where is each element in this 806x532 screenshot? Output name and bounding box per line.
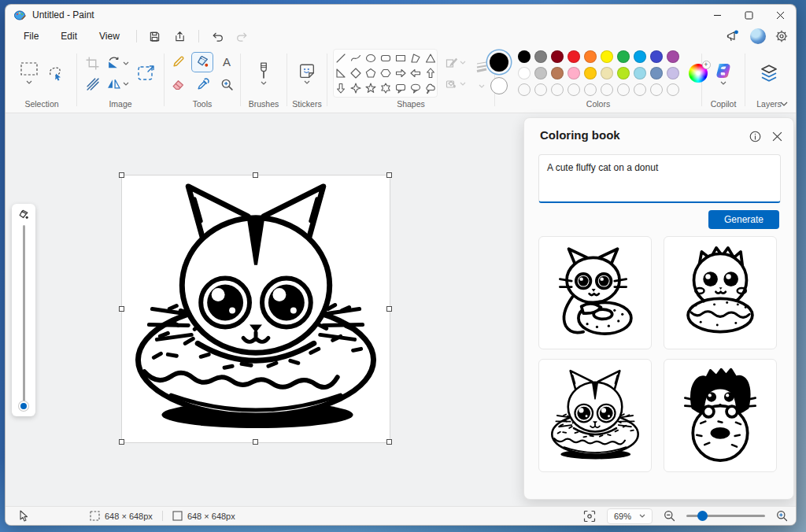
magnifier-tool[interactable] — [216, 76, 237, 94]
shape-star-six[interactable] — [379, 80, 394, 95]
chevron-down-icon[interactable] — [720, 81, 727, 85]
layers-icon[interactable] — [760, 64, 778, 83]
menu-file[interactable]: File — [13, 28, 49, 45]
feedback-megaphone-icon[interactable] — [727, 30, 741, 42]
canvas-workspace[interactable]: Coloring book A cute fluffy cat on a don… — [6, 113, 796, 508]
selection-handle-ne[interactable] — [386, 172, 392, 178]
selection-handle-se[interactable] — [386, 439, 392, 445]
shape-lightning[interactable] — [349, 95, 364, 98]
redo-button[interactable] — [231, 27, 254, 46]
color-swatch[interactable] — [650, 50, 663, 63]
chevron-down-icon[interactable] — [479, 84, 485, 88]
color-swatch[interactable] — [534, 67, 547, 79]
shape-arrow-right[interactable] — [394, 65, 409, 80]
shapes-gallery[interactable] — [333, 49, 438, 98]
shape-hexagon[interactable] — [379, 65, 394, 80]
chevron-down-icon[interactable] — [123, 82, 129, 86]
shape-ellipse[interactable] — [364, 50, 379, 65]
custom-color-slot[interactable] — [584, 83, 597, 96]
shape-curve[interactable] — [349, 50, 364, 65]
custom-color-slot[interactable] — [650, 83, 663, 96]
color-swatch[interactable] — [617, 67, 630, 79]
chevron-down-icon[interactable] — [123, 61, 129, 65]
free-form-select-button[interactable] — [47, 65, 63, 81]
color-swatch[interactable] — [518, 67, 531, 79]
image-options-icon[interactable] — [137, 64, 156, 83]
account-avatar[interactable] — [750, 28, 766, 44]
edit-colors-button[interactable]: + — [689, 64, 708, 83]
minimize-button[interactable] — [701, 5, 733, 25]
shape-line[interactable] — [334, 50, 349, 65]
color-swatch[interactable] — [568, 50, 580, 63]
selection-handle-e[interactable] — [386, 306, 392, 312]
custom-color-slot[interactable] — [551, 83, 564, 96]
color-swatch[interactable] — [534, 50, 547, 63]
slider-thumb[interactable] — [19, 401, 28, 411]
custom-color-slot[interactable] — [568, 83, 580, 96]
background-color-swatch[interactable] — [490, 77, 508, 94]
text-tool[interactable]: A — [216, 53, 237, 72]
color-swatch[interactable] — [601, 50, 613, 63]
shape-star-five[interactable] — [364, 80, 379, 95]
menu-view[interactable]: View — [89, 28, 130, 45]
background-removal-icon[interactable] — [86, 77, 99, 91]
custom-color-slot[interactable] — [617, 83, 630, 96]
drawing-canvas[interactable] — [122, 175, 390, 442]
custom-color-slot[interactable] — [667, 83, 679, 96]
rectangle-select-button[interactable] — [20, 62, 38, 84]
shape-diamond[interactable] — [349, 65, 364, 80]
color-swatch[interactable] — [584, 50, 597, 63]
selection-handle-s[interactable] — [253, 439, 258, 445]
thumbnail-cat-head-in-donut[interactable] — [538, 359, 652, 472]
shape-fill-button[interactable] — [446, 78, 466, 90]
shape-rounded-rectangle[interactable] — [379, 50, 394, 65]
zoom-fit-icon[interactable] — [583, 510, 596, 523]
chevron-down-icon[interactable] — [304, 80, 310, 84]
shape-callout-rounded[interactable] — [394, 80, 409, 95]
color-swatch[interactable] — [601, 67, 613, 79]
eyedropper-tool[interactable] — [192, 76, 213, 94]
foreground-color-swatch[interactable] — [490, 53, 508, 72]
info-icon[interactable] — [748, 129, 762, 143]
shape-outline-button[interactable] — [446, 57, 466, 68]
thumbnail-fluffy-cat-on-donut[interactable] — [664, 236, 777, 349]
color-swatch[interactable] — [551, 67, 564, 79]
share-button[interactable] — [168, 27, 192, 46]
thumbnail-black-cat-behind-donut[interactable] — [664, 359, 777, 472]
shape-star-four[interactable] — [349, 80, 364, 95]
shape-arrow-down[interactable] — [334, 80, 349, 95]
stroke-width-icon[interactable] — [474, 59, 490, 75]
selection-handle-n[interactable] — [253, 172, 258, 178]
shape-polygon[interactable] — [409, 50, 423, 65]
color-swatch[interactable] — [667, 67, 679, 79]
undo-button[interactable] — [205, 27, 229, 46]
zoom-slider-thumb[interactable] — [697, 511, 708, 521]
zoom-out-icon[interactable] — [664, 510, 675, 522]
shape-arrow-left[interactable] — [409, 65, 423, 80]
close-button[interactable] — [764, 5, 796, 25]
fill-bucket-tool[interactable] — [192, 53, 213, 72]
zoom-level-dropdown[interactable]: 69% — [607, 508, 653, 524]
ribbon-collapse-chevron[interactable] — [780, 102, 788, 106]
custom-color-slot[interactable] — [518, 83, 531, 96]
chevron-down-icon[interactable] — [460, 61, 466, 65]
zoom-slider[interactable] — [686, 515, 765, 517]
selection-handle-w[interactable] — [119, 306, 124, 312]
generate-button[interactable]: Generate — [708, 210, 779, 229]
shape-callout-cloud[interactable] — [423, 80, 438, 95]
color-swatch[interactable] — [518, 50, 531, 63]
shape-right-triangle[interactable] — [334, 65, 349, 80]
menu-edit[interactable]: Edit — [50, 28, 87, 45]
copilot-icon[interactable] — [715, 62, 732, 79]
shape-heart[interactable] — [334, 95, 349, 98]
settings-gear-icon[interactable] — [775, 30, 788, 42]
pencil-tool[interactable] — [168, 53, 188, 72]
panel-close-icon[interactable] — [770, 129, 784, 143]
shape-arrow-up[interactable] — [423, 65, 438, 80]
zoom-in-icon[interactable] — [776, 510, 788, 522]
shape-callout-oval[interactable] — [409, 80, 423, 95]
brush-icon[interactable] — [257, 62, 270, 79]
color-swatch[interactable] — [584, 67, 597, 79]
chevron-down-icon[interactable] — [261, 81, 267, 85]
color-swatch[interactable] — [617, 50, 630, 63]
